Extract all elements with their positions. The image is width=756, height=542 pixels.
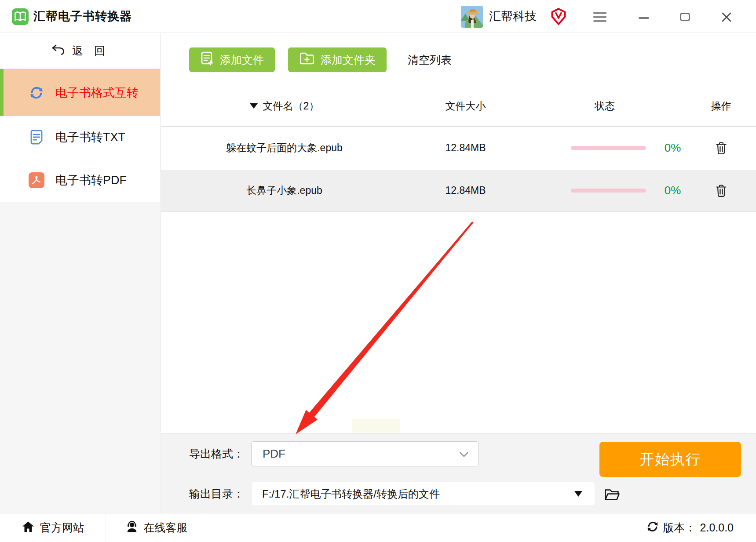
add-folder-icon <box>299 51 315 68</box>
user-avatar[interactable] <box>461 6 483 28</box>
file-status: 0% <box>523 170 686 211</box>
app-title: 汇帮电子书转换器 <box>33 8 132 24</box>
version-info[interactable]: 版本： 2.0.0.0 <box>646 520 756 535</box>
file-size: 12.84MB <box>408 170 523 211</box>
column-header-filesize: 文件大小 <box>408 86 523 126</box>
chevron-down-icon <box>459 447 469 461</box>
official-website-label: 官方网站 <box>40 520 84 535</box>
app-logo-book-icon <box>12 8 29 25</box>
toolbar: 添加文件 添加文件夹 清空列表 <box>161 47 756 72</box>
sidebar: 返 回 电子书格式互转 电子书转TXT 电子书转PDF <box>0 33 161 513</box>
version-value: 2.0.0.0 <box>700 521 734 534</box>
sidebar-item-label: 电子书转PDF <box>55 172 127 188</box>
sidebar-item-label: 电子书转TXT <box>55 129 125 145</box>
menu-icon[interactable] <box>593 12 606 22</box>
vip-badge-icon[interactable] <box>550 7 567 26</box>
export-format-label: 导出格式： <box>189 441 244 466</box>
minimize-icon[interactable] <box>639 17 649 19</box>
progress-bar <box>571 146 646 150</box>
update-sync-icon <box>646 521 659 535</box>
back-button[interactable]: 返 回 <box>0 33 160 69</box>
sidebar-item-label: 电子书格式互转 <box>55 85 139 101</box>
back-label: 返 回 <box>72 44 109 58</box>
file-action <box>686 170 756 211</box>
account-name: 汇帮科技 <box>489 8 537 24</box>
column-header-filename[interactable]: 文件名（2） <box>161 86 408 126</box>
sidebar-empty-area <box>0 202 160 513</box>
output-dir-value: F:/17.汇帮电子书转换器/转换后的文件 <box>262 487 574 501</box>
online-support-link[interactable]: 在线客服 <box>106 513 207 542</box>
column-header-status: 状态 <box>523 86 686 126</box>
watermark <box>352 418 400 433</box>
footer: 官方网站 在线客服 版本： 2.0.0.0 <box>0 513 756 542</box>
browse-folder-icon[interactable] <box>604 488 621 501</box>
export-format-select[interactable]: PDF <box>251 441 479 466</box>
version-label: 版本： <box>663 520 696 535</box>
file-status: 0% <box>523 127 686 169</box>
progress-bar <box>571 189 646 193</box>
column-header-action: 操作 <box>686 86 756 126</box>
add-folder-button[interactable]: 添加文件夹 <box>288 47 387 72</box>
main-area: 添加文件 添加文件夹 清空列表 文件名（2） 文件大小 状态 操作 躲在蚊子后面… <box>161 33 756 513</box>
file-action <box>686 127 756 169</box>
export-format-value: PDF <box>263 447 459 461</box>
file-name: 躲在蚊子后面的大象.epub <box>161 127 408 169</box>
sidebar-item-ebook-format-convert[interactable]: 电子书格式互转 <box>0 69 160 116</box>
file-size: 12.84MB <box>408 127 523 169</box>
official-website-link[interactable]: 官方网站 <box>0 513 106 542</box>
sync-icon <box>28 86 45 100</box>
output-dir-label: 输出目录： <box>189 482 244 506</box>
headset-icon <box>125 520 139 536</box>
add-file-label: 添加文件 <box>220 53 264 67</box>
add-file-button[interactable]: 添加文件 <box>189 47 275 72</box>
titlebar: 汇帮电子书转换器 汇帮科技 <box>0 0 756 33</box>
table-header: 文件名（2） 文件大小 状态 操作 <box>161 86 756 127</box>
back-arrow-icon <box>51 44 65 58</box>
add-folder-label: 添加文件夹 <box>321 53 376 67</box>
sort-caret-icon <box>250 103 258 109</box>
close-icon[interactable] <box>721 12 732 22</box>
delete-trash-icon[interactable] <box>716 184 727 197</box>
dropdown-arrow-icon <box>574 491 582 497</box>
progress-percent: 0% <box>665 141 681 155</box>
sidebar-item-ebook-to-txt[interactable]: 电子书转TXT <box>0 116 160 158</box>
sidebar-item-ebook-to-pdf[interactable]: 电子书转PDF <box>0 158 160 202</box>
clear-list-button[interactable]: 清空列表 <box>408 53 452 67</box>
table-row[interactable]: 躲在蚊子后面的大象.epub 12.84MB 0% <box>161 127 756 169</box>
start-button[interactable]: 开始执行 <box>599 442 741 477</box>
bottom-panel: 导出格式： PDF 开始执行 输出目录： F:/17.汇帮电子书转换器/转换后的… <box>161 433 756 513</box>
pdf-icon <box>28 172 45 188</box>
progress-percent: 0% <box>665 184 681 197</box>
txt-document-icon <box>28 129 45 145</box>
home-icon <box>22 520 35 535</box>
maximize-icon[interactable] <box>680 13 690 21</box>
online-support-label: 在线客服 <box>144 520 188 535</box>
file-name: 长鼻子小象.epub <box>161 170 408 211</box>
table-row[interactable]: 长鼻子小象.epub 12.84MB 0% <box>161 170 756 212</box>
add-file-icon <box>200 51 214 69</box>
delete-trash-icon[interactable] <box>716 142 727 155</box>
output-dir-select[interactable]: F:/17.汇帮电子书转换器/转换后的文件 <box>251 482 595 506</box>
